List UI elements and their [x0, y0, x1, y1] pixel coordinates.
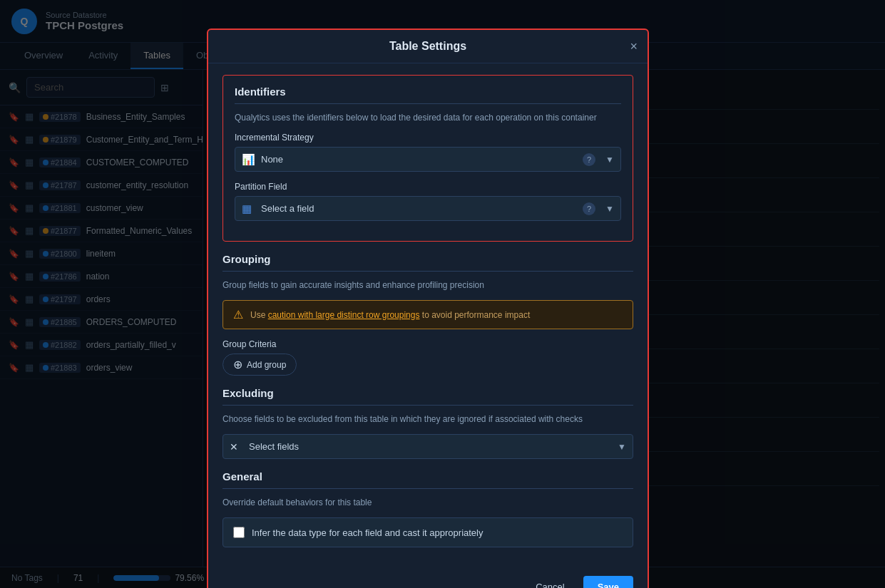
- modal-close-button[interactable]: ×: [630, 40, 638, 53]
- modal-footer: Cancel Save: [208, 576, 648, 588]
- modal-header: Table Settings ×: [208, 30, 648, 63]
- infer-datatype-label: Infer the data type for each field and c…: [252, 527, 483, 538]
- excluding-section: Excluding Choose fields to be excluded f…: [222, 387, 633, 459]
- identifiers-desc: Qualytics uses the identifiers below to …: [235, 113, 621, 123]
- cancel-button[interactable]: Cancel: [524, 576, 575, 588]
- incremental-label: Incremental Strategy: [235, 133, 621, 143]
- incremental-help-icon[interactable]: ?: [583, 153, 595, 166]
- save-button[interactable]: Save: [583, 576, 633, 588]
- identifiers-section: Identifiers Qualytics uses the identifie…: [222, 75, 633, 242]
- general-title: General: [222, 470, 633, 483]
- infer-datatype-row: Infer the data type for each field and c…: [222, 517, 633, 547]
- group-criteria-label: Group Criteria: [222, 339, 633, 349]
- grouping-title: Grouping: [222, 253, 633, 265]
- partition-select[interactable]: Select a field: [235, 196, 621, 221]
- modal-body: Identifiers Qualytics uses the identifie…: [208, 63, 648, 570]
- grouping-divider: [222, 271, 633, 272]
- partition-help-icon[interactable]: ?: [583, 202, 595, 215]
- grouping-desc: Group fields to gain accurate insights a…: [222, 280, 633, 290]
- table-settings-modal: Table Settings × Identifiers Qualytics u…: [207, 29, 649, 588]
- warning-text: Use caution with large distinct row grou…: [250, 310, 530, 320]
- grouping-section: Grouping Group fields to gain accurate i…: [222, 253, 633, 376]
- excluding-select[interactable]: Select fields: [222, 434, 633, 459]
- identifiers-title: Identifiers: [235, 86, 621, 98]
- general-desc: Override default behaviors for this tabl…: [222, 497, 633, 507]
- warning-icon: ⚠: [233, 308, 243, 321]
- plus-icon: ⊕: [233, 358, 242, 371]
- infer-datatype-checkbox[interactable]: [233, 527, 245, 538]
- excluding-icon: ✕: [230, 441, 238, 453]
- partition-label: Partition Field: [235, 182, 621, 192]
- general-divider: [222, 488, 633, 489]
- warning-link[interactable]: caution with large distinct row grouping…: [268, 310, 420, 320]
- excluding-divider: [222, 405, 633, 406]
- partition-icon: ▦: [242, 202, 252, 215]
- bar-chart-icon: 📊: [242, 153, 255, 166]
- identifiers-divider: [235, 103, 621, 104]
- incremental-select-wrap: 📊 None ? ▼: [235, 147, 621, 172]
- general-section: General Override default behaviors for t…: [222, 470, 633, 547]
- excluding-desc: Choose fields to be excluded from this t…: [222, 414, 633, 424]
- modal-title: Table Settings: [389, 40, 466, 53]
- excluding-select-wrap: ✕ Select fields ▼: [222, 434, 633, 459]
- incremental-select[interactable]: None: [235, 147, 621, 172]
- add-group-button[interactable]: ⊕ Add group: [222, 354, 297, 376]
- warning-box: ⚠ Use caution with large distinct row gr…: [222, 300, 633, 329]
- excluding-title: Excluding: [222, 387, 633, 399]
- partition-select-wrap: ▦ Select a field ? ▼: [235, 196, 621, 221]
